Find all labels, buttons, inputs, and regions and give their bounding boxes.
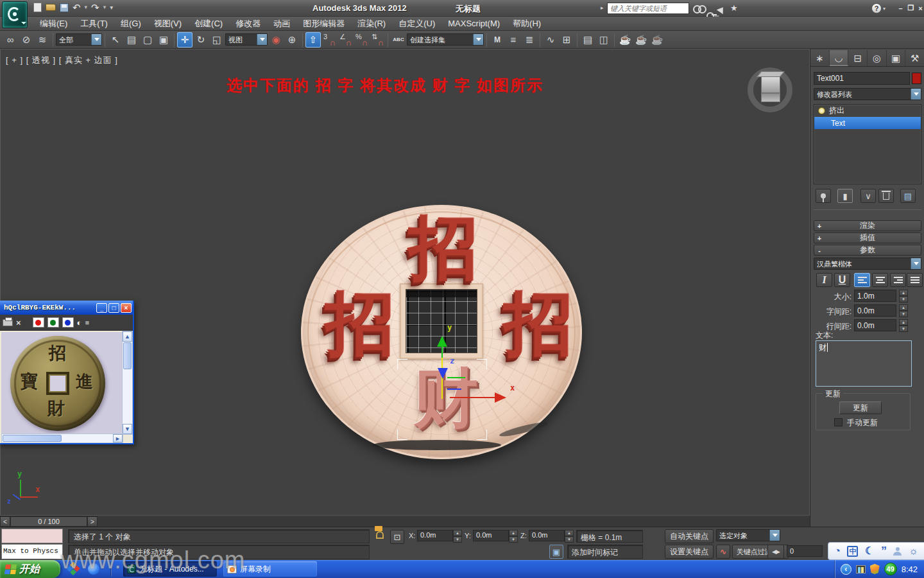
manual-update-checkbox[interactable] [834, 418, 843, 426]
menu-maxscript[interactable]: MAXScript(M) [441, 17, 506, 30]
align-icon[interactable]: ≡ [506, 32, 521, 48]
y-coordinate-field[interactable]: 0.0m [473, 530, 509, 541]
show-end-result-button[interactable]: ▮ [837, 189, 853, 203]
punctuation-icon[interactable]: ” [881, 545, 887, 557]
tab-utilities-icon[interactable]: ⚒ [905, 50, 924, 66]
close-button[interactable]: × [916, 3, 924, 13]
search-expand-icon[interactable]: ▸ [601, 4, 604, 11]
reference-image-window[interactable]: hQclRBYG-EKEkW... _ □ × × ◐ ■ 招 進 財 寶 [0, 301, 134, 444]
named-selection-sets-dropdown[interactable]: 创建选择集 [407, 33, 484, 46]
gizmo-x-arrow-icon[interactable] [495, 392, 511, 403]
scroll-right-icon[interactable]: ► [113, 434, 123, 442]
configure-modifier-sets-button[interactable]: ▤ [900, 189, 916, 203]
tab-hierarchy-icon[interactable]: ⊟ [848, 50, 868, 66]
select-by-name-icon[interactable]: ▤ [124, 32, 139, 48]
communication-center-icon[interactable] [717, 2, 728, 14]
scroll-up-icon[interactable]: ▲ [123, 331, 132, 342]
edit-named-selection-sets-icon[interactable]: ABC [391, 32, 406, 48]
reference-coordinate-dropdown[interactable]: 视图 [225, 33, 268, 46]
red-channel-button[interactable] [33, 317, 44, 328]
update-button[interactable]: 更新 [839, 401, 882, 414]
x-spinner[interactable]: ▲▼ [453, 530, 462, 541]
rollout-rendering[interactable]: + 渲染 [814, 220, 921, 231]
save-file-icon[interactable] [60, 3, 69, 12]
spinner-snap-icon[interactable]: ⇅ ∩ [370, 32, 385, 48]
favorites-star-icon[interactable]: ★ [730, 3, 738, 13]
proofing-gauge-icon[interactable]: ◔ [834, 546, 841, 556]
size-field[interactable]: 1.0m [854, 290, 896, 302]
gizmo-y-arrow-icon[interactable] [437, 331, 447, 347]
kerning-field[interactable]: 0.0m [854, 304, 896, 317]
make-unique-button[interactable]: ∨ [860, 189, 876, 203]
leading-spinner[interactable]: ▲▼ [899, 319, 908, 331]
size-spinner[interactable]: ▲▼ [899, 290, 908, 302]
redo-icon[interactable]: ↷ [91, 3, 99, 12]
tray-collapse-icon[interactable]: ‹ [841, 564, 851, 575]
maxscript-macro-pane[interactable] [1, 529, 63, 543]
kerning-spinner[interactable]: ▲▼ [899, 304, 908, 317]
print-icon[interactable] [3, 319, 13, 326]
3dsmax-logo-button[interactable] [2, 1, 28, 28]
stack-item-text[interactable]: Text [814, 117, 921, 129]
char-zhao-left[interactable]: 招 [325, 290, 395, 359]
schematic-view-icon[interactable]: ⊞ [559, 32, 574, 48]
help-icon[interactable]: ? [871, 3, 882, 13]
taskbar-item-3dsmax[interactable]: 无标题 - Autodes... [123, 561, 217, 577]
select-and-link-icon[interactable]: ∞ [3, 32, 18, 48]
snaps-toggle-icon[interactable]: ⇧ [305, 32, 321, 48]
alpha-channel-icon[interactable]: ■ [85, 319, 89, 326]
render-production-icon[interactable]: ☕ [617, 32, 633, 48]
curve-editor-icon[interactable]: ∿ [543, 32, 558, 48]
menu-tools[interactable]: 工具(T) [74, 17, 114, 31]
gizmo-zx-plane-handle[interactable] [447, 389, 461, 390]
font-dropdown[interactable]: 汉鼎繁楷体 [814, 258, 921, 270]
align-right-button[interactable] [890, 273, 906, 287]
restore-button[interactable]: ❐ [906, 3, 916, 13]
redo-dropdown-icon[interactable]: ▾ [103, 4, 107, 10]
select-and-scale-icon[interactable]: ◱ [209, 32, 225, 48]
undo-icon[interactable]: ↶ [73, 3, 81, 12]
gizmo-x-axis[interactable] [450, 397, 496, 398]
qat-customize-icon[interactable]: ▾ [110, 4, 113, 11]
image-window-titlebar[interactable]: hQclRBYG-EKEkW... _ □ × [0, 301, 133, 315]
angle-snap-icon[interactable]: ∠ ∩ [338, 32, 353, 48]
select-object-icon[interactable]: ↖ [108, 32, 123, 48]
align-center-button[interactable] [872, 273, 888, 287]
image-window-minimize-button[interactable]: _ [96, 303, 107, 313]
mono-channel-icon[interactable]: ◐ [77, 318, 82, 328]
mirror-icon[interactable]: M [490, 32, 505, 48]
bind-to-space-warp-icon[interactable]: ≋ [35, 32, 50, 48]
stack-item-extrude[interactable]: 挤出 [814, 105, 921, 117]
pin-stack-button[interactable] [816, 189, 831, 203]
menu-group[interactable]: 组(G) [114, 17, 148, 31]
tray-badge[interactable]: 49 [884, 563, 897, 575]
key-filter-set-dropdown[interactable]: 选定对象 [716, 529, 780, 541]
delete-icon[interactable]: × [16, 318, 21, 328]
search-input[interactable] [608, 3, 689, 13]
tray-shield-icon[interactable] [870, 564, 880, 574]
rectangular-selection-icon[interactable]: ▢ [140, 32, 155, 48]
set-key-button[interactable]: 设置关键点 [665, 545, 714, 559]
viewport-label[interactable]: [ + ] [ 透视 ] [ 真实 + 边面 ] [6, 55, 118, 66]
menu-animation[interactable]: 动画 [267, 17, 296, 31]
image-vscrollbar[interactable]: ▲ ▼ [122, 331, 133, 435]
z-spinner[interactable]: ▲▼ [565, 530, 574, 541]
italic-button[interactable]: I [816, 273, 832, 287]
layer-manager-icon[interactable]: ≣ [522, 32, 537, 48]
snap-3d-icon[interactable]: 3 ∩ [321, 32, 337, 48]
quick-launch-media-icon[interactable] [65, 562, 81, 576]
image-window-close-button[interactable]: × [121, 303, 132, 313]
gizmo-xy-plane-handle[interactable] [447, 377, 465, 378]
help-dropdown-icon[interactable]: ▾ [883, 6, 886, 12]
percent-snap-icon[interactable]: % ∩ [354, 32, 369, 48]
object-name-field[interactable]: Text001 [814, 72, 910, 85]
select-and-rotate-icon[interactable]: ↻ [193, 32, 209, 48]
start-button[interactable]: 开始 [0, 560, 60, 578]
open-file-icon[interactable] [46, 4, 56, 11]
menu-graph-editors[interactable]: 图形编辑器 [296, 17, 351, 31]
hscroll-thumb[interactable] [3, 435, 62, 442]
select-and-move-icon[interactable]: ✛ [177, 32, 193, 48]
image-window-maximize-button[interactable]: □ [108, 303, 119, 313]
time-slider-left-button[interactable]: < [0, 516, 10, 527]
absolute-offset-toggle-icon[interactable]: ⊡ [390, 530, 404, 544]
